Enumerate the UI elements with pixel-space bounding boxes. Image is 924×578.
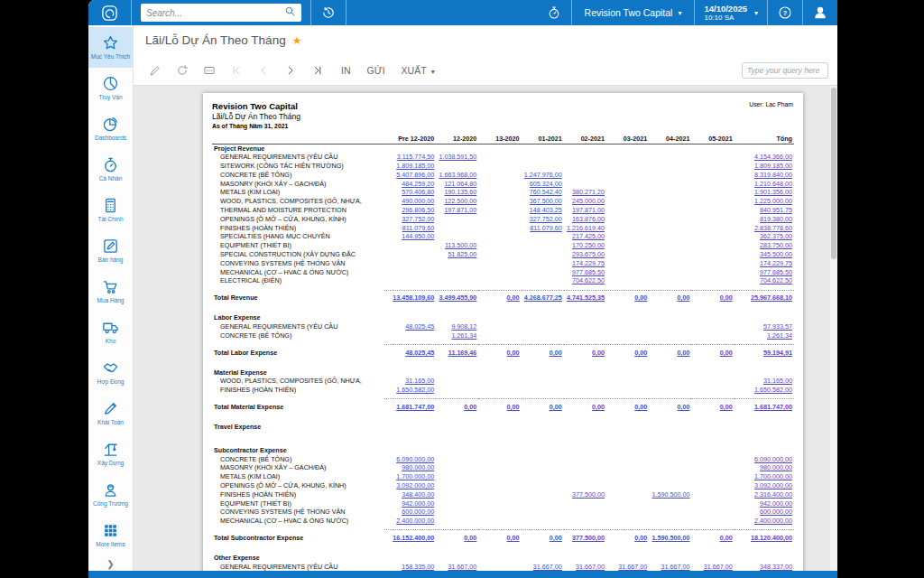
total-value-link[interactable]: 0,00: [464, 403, 476, 411]
sidebar-item-xay-dung[interactable]: Xây Dựng: [88, 434, 133, 474]
total-value-link[interactable]: 0,00: [720, 294, 733, 302]
total-value-link[interactable]: 48.025,45: [405, 349, 434, 357]
total-value-link[interactable]: 0,00: [720, 534, 733, 542]
report-value-link[interactable]: 57.933,57: [763, 322, 792, 331]
report-value-link[interactable]: 5.407.896,00: [396, 171, 434, 179]
favorite-star-icon[interactable]: ★: [292, 34, 302, 47]
report-value-link[interactable]: 367.500,00: [530, 197, 562, 205]
report-value-link[interactable]: 348.400,00: [402, 490, 434, 499]
total-value-link[interactable]: 0,00: [507, 349, 520, 357]
report-value-link[interactable]: 121.064,80: [444, 180, 476, 188]
report-value-link[interactable]: 377.500,00: [572, 490, 605, 499]
print-button[interactable]: IN: [341, 65, 351, 76]
global-search[interactable]: [141, 4, 301, 22]
total-value-link[interactable]: 0,00: [507, 294, 520, 302]
report-value-link[interactable]: 348.337,00: [760, 563, 792, 571]
total-value-link[interactable]: 18.120.400,00: [751, 534, 792, 542]
report-value-link[interactable]: 1.216.619,40: [567, 224, 605, 232]
total-value-link[interactable]: 0,00: [592, 349, 605, 357]
sidebar-item-ca-nhan[interactable]: Cá Nhân: [88, 149, 133, 190]
report-value-link[interactable]: 2.400.000,00: [396, 517, 434, 525]
refresh-icon[interactable]: [171, 61, 193, 80]
sidebar-item-muc-yeu-thich[interactable]: Mục Yêu Thích: [88, 27, 133, 68]
total-value-link[interactable]: 4.268.677,25: [524, 294, 562, 302]
report-value-link[interactable]: 122.500,00: [444, 197, 476, 205]
report-value-link[interactable]: 490.000,00: [402, 197, 434, 205]
report-value-link[interactable]: 1.809.185,00: [754, 162, 792, 170]
first-page-button[interactable]: [225, 61, 247, 80]
total-value-link[interactable]: 0,00: [677, 349, 689, 357]
last-page-button[interactable]: [306, 61, 328, 80]
total-value-link[interactable]: 0,00: [634, 294, 647, 302]
report-value-link[interactable]: 197.871,00: [444, 206, 476, 214]
datetime-selector[interactable]: 14/10/2025 10:10 SA ▾: [695, 4, 767, 22]
sidebar-item-tai-chinh[interactable]: Tài Chính: [88, 190, 133, 230]
query-box[interactable]: [742, 62, 828, 79]
report-value-link[interactable]: 760.542,40: [530, 188, 562, 196]
total-value-link[interactable]: 0,00: [677, 294, 689, 302]
report-value-link[interactable]: 977.685,50: [572, 268, 605, 276]
report-value-link[interactable]: 190.135,60: [444, 188, 476, 196]
total-value-link[interactable]: 59.194,91: [763, 349, 792, 357]
report-value-link[interactable]: 1.247.976,00: [524, 171, 562, 179]
total-value-link[interactable]: 1.590.500,00: [651, 534, 689, 542]
report-value-link[interactable]: 51.825,00: [448, 250, 476, 258]
report-value-link[interactable]: 6.090.000,00: [754, 455, 792, 463]
vertical-scrollbar[interactable]: [830, 86, 837, 571]
report-value-link[interactable]: 245.000,00: [572, 197, 605, 205]
report-value-link[interactable]: 31.667,00: [576, 563, 605, 571]
total-value-link[interactable]: 0,00: [550, 534, 562, 542]
report-value-link[interactable]: 113.500,00: [445, 241, 476, 249]
sidebar-item-khai-toan[interactable]: Khái Toán: [88, 393, 133, 434]
report-value-link[interactable]: 174.229,75: [760, 259, 792, 267]
total-value-link[interactable]: 0,00: [634, 403, 647, 411]
scrollbar-thumb[interactable]: [831, 88, 836, 259]
report-value-link[interactable]: 1.650.582,00: [754, 386, 792, 394]
total-value-link[interactable]: 3.499.455,90: [439, 294, 476, 302]
report-value-link[interactable]: 158.335,00: [402, 563, 434, 571]
report-value-link[interactable]: 819.380,00: [760, 215, 792, 223]
sidebar-item-truy-van[interactable]: Truy Vấn: [88, 68, 133, 108]
report-value-link[interactable]: 148.403,25: [530, 206, 562, 214]
report-value-link[interactable]: 840.951,75: [760, 206, 792, 214]
prev-page-button[interactable]: [252, 61, 274, 80]
report-value-link[interactable]: 380.271,20: [572, 188, 605, 196]
total-value-link[interactable]: 0,00: [550, 349, 562, 357]
report-value-link[interactable]: 811.079,60: [530, 224, 561, 232]
page-setup-icon[interactable]: [198, 61, 220, 80]
report-value-link[interactable]: 1.809.185,00: [396, 162, 434, 170]
report-value-link[interactable]: 3.115.774,50: [397, 153, 434, 161]
report-value-link[interactable]: 600.000,00: [760, 508, 792, 516]
total-value-link[interactable]: 11.169,46: [448, 349, 477, 357]
report-value-link[interactable]: 174.229,75: [572, 259, 605, 267]
report-value-link[interactable]: 942.000,00: [402, 499, 434, 508]
report-value-link[interactable]: 1.663.968,00: [439, 171, 476, 179]
report-value-link[interactable]: 31.667,00: [448, 563, 476, 571]
report-value-link[interactable]: 1.590.500,00: [651, 490, 689, 499]
report-value-link[interactable]: 283.750,00: [760, 241, 792, 249]
report-value-link[interactable]: 327.752,00: [530, 215, 562, 223]
sidebar-item-hop-ong[interactable]: Hợp Đồng: [88, 352, 133, 393]
report-value-link[interactable]: 170.250,00: [572, 241, 605, 249]
report-value-link[interactable]: 811.079,60: [402, 224, 434, 232]
report-value-link[interactable]: 605.324,00: [530, 180, 562, 188]
report-value-link[interactable]: 3.092.000,00: [754, 481, 792, 489]
help-icon[interactable]: ?: [768, 0, 802, 25]
report-value-link[interactable]: 31.165,00: [405, 377, 434, 385]
send-button[interactable]: GỬI: [367, 65, 385, 76]
total-value-link[interactable]: 0,00: [507, 534, 520, 542]
report-value-link[interactable]: 1.901.356,00: [754, 188, 792, 196]
sidebar-item-more-items[interactable]: More Items: [88, 515, 133, 555]
total-value-link[interactable]: 377.500,00: [572, 534, 605, 542]
report-value-link[interactable]: 3.092.000,00: [396, 481, 434, 489]
expand-sidebar-button[interactable]: ❯: [88, 559, 133, 569]
report-value-link[interactable]: 1.038.591,50: [439, 153, 476, 161]
sidebar-item-dashboards[interactable]: Dashboards: [88, 108, 133, 149]
search-icon[interactable]: [284, 5, 296, 21]
total-value-link[interactable]: 0,00: [634, 534, 647, 542]
report-value-link[interactable]: 327.752,00: [402, 215, 434, 223]
total-value-link[interactable]: 4.741.525,35: [567, 294, 605, 302]
report-value-link[interactable]: 197.871,00: [572, 206, 605, 214]
logo-icon[interactable]: [88, 5, 131, 22]
sidebar-item-cong-truong[interactable]: Công Trường: [88, 474, 133, 515]
